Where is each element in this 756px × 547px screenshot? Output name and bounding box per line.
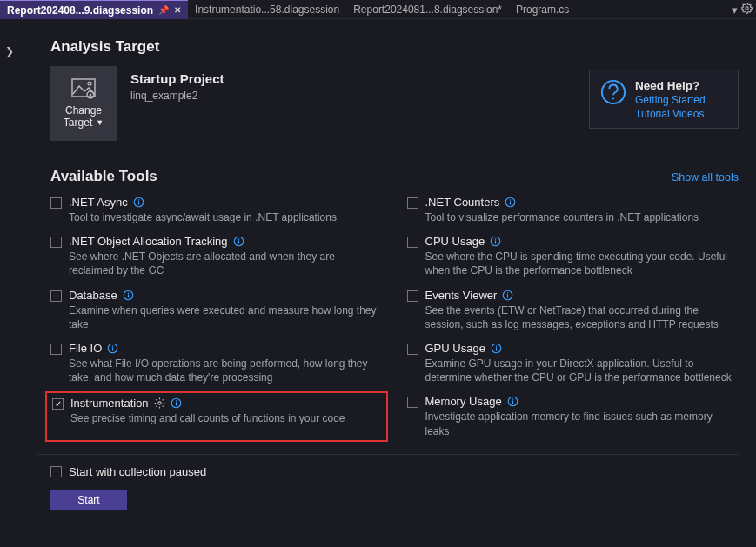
startup-project-title: Startup Project bbox=[130, 71, 224, 86]
tool-name[interactable]: Database bbox=[69, 289, 117, 302]
svg-point-6 bbox=[612, 97, 614, 99]
tab-bar: Report202408...9.diagsession 📌 ✕ Instrum… bbox=[0, 0, 756, 19]
svg-point-22 bbox=[496, 345, 497, 346]
tool-checkbox[interactable] bbox=[50, 344, 62, 355]
change-target-line1: Change bbox=[65, 104, 102, 117]
info-icon[interactable] bbox=[233, 236, 244, 247]
tool-item: File IOSee what File I/O operations are … bbox=[50, 342, 383, 384]
svg-point-2 bbox=[88, 82, 91, 85]
tool-name[interactable]: Instrumentation bbox=[70, 397, 149, 410]
tool-description: Examine GPU usage in your DirectX applic… bbox=[425, 357, 739, 384]
tool-name[interactable]: GPU Usage bbox=[425, 342, 485, 355]
chevron-down-icon: ▼ bbox=[96, 118, 104, 127]
change-target-button[interactable]: Change Target ▼ bbox=[50, 66, 117, 141]
tool-checkbox[interactable] bbox=[50, 197, 62, 209]
info-icon[interactable] bbox=[491, 343, 502, 354]
divider bbox=[37, 157, 739, 157]
info-icon[interactable] bbox=[507, 396, 518, 407]
tool-name[interactable]: Memory Usage bbox=[425, 395, 502, 408]
startup-project-block: Startup Project linq_example2 bbox=[130, 66, 224, 141]
gear-icon[interactable] bbox=[154, 397, 165, 409]
tool-description: See the events (ETW or NetTrace) that oc… bbox=[425, 304, 739, 331]
divider bbox=[37, 454, 739, 455]
show-all-tools-link[interactable]: Show all tools bbox=[672, 171, 739, 183]
analysis-target-heading: Analysis Target bbox=[50, 38, 739, 56]
tab-active[interactable]: Report202408...9.diagsession 📌 ✕ bbox=[0, 0, 188, 19]
help-title: Need Help? bbox=[635, 79, 706, 92]
tool-item: .NET AsyncTool to investigate async/awai… bbox=[50, 196, 383, 224]
pin-icon[interactable]: 📌 bbox=[158, 5, 169, 15]
svg-point-25 bbox=[175, 401, 176, 402]
tool-description: Examine when queries were executed and m… bbox=[69, 304, 383, 331]
available-tools-heading: Available Tools bbox=[50, 168, 157, 185]
info-icon[interactable] bbox=[505, 197, 516, 208]
tool-description: See where .NET Objects are allocated and… bbox=[69, 250, 383, 277]
tool-checkbox[interactable] bbox=[407, 237, 418, 248]
tab-label: Program.cs bbox=[516, 3, 569, 16]
tool-item: Memory UsageInvestigate application memo… bbox=[407, 395, 739, 437]
tool-item: DatabaseExamine when queries were execut… bbox=[50, 289, 383, 331]
tool-item: .NET CountersTool to visualize performan… bbox=[407, 196, 739, 224]
help-getting-started-link[interactable]: Getting Started bbox=[635, 94, 706, 108]
tool-name[interactable]: File IO bbox=[69, 342, 102, 355]
tool-checkbox[interactable] bbox=[50, 237, 62, 248]
svg-rect-1 bbox=[72, 79, 95, 97]
change-target-line2: Target bbox=[64, 117, 92, 129]
tool-item: InstrumentationSee precise timing and ca… bbox=[52, 397, 381, 425]
tab-label: Instrumentatio...58.diagsession bbox=[195, 3, 339, 16]
window-dropdown-icon[interactable]: ▾ bbox=[732, 3, 738, 17]
svg-point-18 bbox=[507, 292, 508, 293]
info-icon[interactable] bbox=[123, 290, 134, 301]
tool-checkbox[interactable] bbox=[407, 344, 418, 355]
start-paused-label: Start with collection paused bbox=[69, 465, 206, 478]
start-paused-checkbox[interactable]: Start with collection paused bbox=[50, 465, 739, 478]
tool-name[interactable]: CPU Usage bbox=[425, 235, 485, 248]
tab[interactable]: Report2024081...8.diagsession* bbox=[346, 0, 509, 19]
info-icon[interactable] bbox=[490, 236, 501, 247]
tool-name[interactable]: .NET Object Allocation Tracking bbox=[69, 235, 228, 248]
tool-description: Investigate application memory to find i… bbox=[425, 410, 739, 437]
close-icon[interactable]: ✕ bbox=[174, 5, 181, 15]
picture-gear-icon bbox=[71, 78, 96, 99]
tool-item: CPU UsageSee where the CPU is spending t… bbox=[407, 235, 739, 277]
gear-icon[interactable] bbox=[741, 3, 753, 17]
svg-point-12 bbox=[238, 239, 238, 240]
checkbox-icon bbox=[50, 466, 62, 477]
tool-description: See precise timing and call counts of fu… bbox=[70, 411, 381, 425]
tool-checkbox[interactable] bbox=[50, 290, 62, 302]
startup-project-name: linq_example2 bbox=[130, 90, 224, 102]
tool-name[interactable]: .NET Counters bbox=[425, 196, 500, 209]
info-icon[interactable] bbox=[171, 397, 182, 409]
tool-checkbox[interactable] bbox=[407, 290, 418, 302]
tool-checkbox[interactable] bbox=[407, 197, 418, 209]
highlight-box: InstrumentationSee precise timing and ca… bbox=[45, 391, 388, 441]
tool-checkbox[interactable] bbox=[52, 398, 64, 410]
tool-name[interactable]: .NET Async bbox=[69, 196, 128, 209]
start-button-label: Start bbox=[77, 494, 99, 506]
help-card: Need Help? Getting Started Tutorial Vide… bbox=[589, 70, 739, 129]
tool-item: .NET Object Allocation TrackingSee where… bbox=[50, 235, 383, 277]
svg-point-20 bbox=[112, 345, 113, 346]
tab[interactable]: Instrumentatio...58.diagsession bbox=[188, 0, 346, 19]
info-icon[interactable] bbox=[107, 343, 118, 354]
svg-point-4 bbox=[90, 94, 92, 97]
tool-item: GPU UsageExamine GPU usage in your Direc… bbox=[407, 342, 739, 384]
help-icon bbox=[600, 79, 626, 105]
svg-point-0 bbox=[746, 7, 748, 10]
tool-name[interactable]: Events Viewer bbox=[425, 289, 498, 302]
start-button[interactable]: Start bbox=[50, 490, 127, 510]
svg-point-14 bbox=[495, 239, 496, 240]
tool-description: Tool to visualize performance counters i… bbox=[425, 210, 739, 224]
tab[interactable]: Program.cs bbox=[509, 0, 576, 19]
tool-item: Events ViewerSee the events (ETW or NetT… bbox=[407, 289, 739, 331]
tool-description: Tool to investigate async/await usage in… bbox=[69, 210, 383, 224]
svg-point-27 bbox=[512, 399, 512, 400]
help-tutorial-videos-link[interactable]: Tutorial Videos bbox=[635, 108, 706, 122]
svg-point-10 bbox=[510, 199, 511, 200]
tab-actions: ▾ bbox=[732, 0, 753, 19]
tool-description: See what File I/O operations are being p… bbox=[69, 357, 383, 384]
info-icon[interactable] bbox=[502, 290, 513, 301]
info-icon[interactable] bbox=[133, 197, 144, 208]
tool-checkbox[interactable] bbox=[407, 397, 418, 408]
collapse-gutter[interactable]: ❯ bbox=[0, 19, 19, 547]
